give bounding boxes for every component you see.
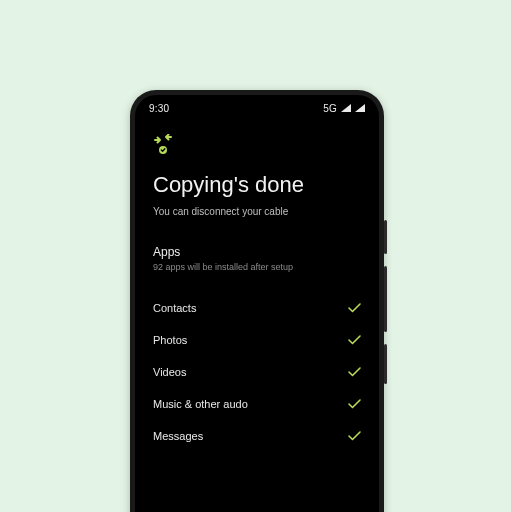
signal-icon: [341, 103, 351, 114]
apps-section-desc: 92 apps will be installed after setup: [153, 262, 361, 272]
status-time: 9:30: [149, 103, 169, 114]
page-subtitle: You can disconnect your cable: [153, 206, 361, 217]
phone-frame: 9:30 5G: [130, 90, 384, 512]
list-item: Music & other audo: [153, 388, 361, 420]
signal-icon: [355, 103, 365, 114]
side-button: [384, 220, 387, 254]
list-item-label: Contacts: [153, 302, 196, 314]
check-icon: [348, 431, 361, 441]
status-network: 5G: [323, 103, 337, 114]
list-item: Contacts: [153, 292, 361, 324]
check-icon: [348, 367, 361, 377]
check-icon: [348, 335, 361, 345]
power-button: [384, 344, 387, 384]
check-icon: [348, 399, 361, 409]
check-icon: [348, 303, 361, 313]
list-item-label: Videos: [153, 366, 186, 378]
list-item: Videos: [153, 356, 361, 388]
phone-screen: 9:30 5G: [135, 95, 379, 512]
list-item: Photos: [153, 324, 361, 356]
list-item-label: Photos: [153, 334, 187, 346]
list-item-label: Messages: [153, 430, 203, 442]
status-bar: 9:30 5G: [135, 95, 379, 114]
page-title: Copying's done: [153, 172, 361, 198]
list-item: Messages: [153, 420, 361, 452]
apps-section-label: Apps: [153, 245, 361, 259]
transfer-done-icon: [153, 134, 361, 160]
list-item-label: Music & other audo: [153, 398, 248, 410]
volume-button: [384, 266, 387, 332]
